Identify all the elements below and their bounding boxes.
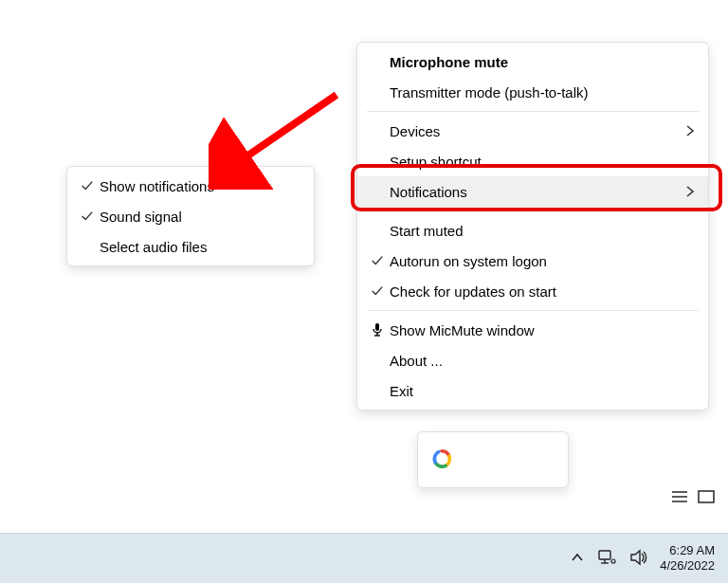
- menu-item-devices[interactable]: Devices: [357, 116, 708, 146]
- chevron-right-icon: [685, 185, 695, 198]
- volume-icon[interactable]: [629, 549, 648, 569]
- micmute-context-menu: Microphone mute Transmitter mode (push-t…: [356, 42, 709, 410]
- menu-item-check-updates[interactable]: Check for updates on start: [357, 276, 708, 306]
- menu-label: Show notifications: [100, 178, 300, 194]
- menu-separator: [367, 210, 699, 211]
- menu-item-transmitter-mode[interactable]: Transmitter mode (push-to-talk): [357, 77, 708, 107]
- taskbar: 6:29 AM 4/26/2022: [0, 533, 728, 583]
- menu-item-show-window[interactable]: Show MicMute window: [357, 315, 708, 345]
- svg-rect-8: [699, 491, 714, 502]
- menu-item-microphone-mute[interactable]: Microphone mute: [357, 46, 708, 77]
- menu-item-about[interactable]: About ...: [357, 345, 708, 375]
- check-icon: [365, 284, 390, 298]
- menu-label: Autorun on system logon: [390, 253, 695, 269]
- notifications-submenu: Show notifications Sound signal Select a…: [66, 166, 315, 266]
- mic-icon: [365, 322, 390, 337]
- check-icon: [75, 179, 100, 192]
- menu-separator: [367, 111, 699, 112]
- menu-label: Transmitter mode (push-to-talk): [390, 84, 695, 100]
- clock-date: 4/26/2022: [660, 558, 715, 574]
- svg-rect-0: [375, 323, 379, 331]
- menu-item-notifications[interactable]: Notifications: [357, 176, 708, 207]
- submenu-item-show-notifications[interactable]: Show notifications: [67, 171, 314, 201]
- check-icon: [365, 254, 390, 267]
- menu-label: Check for updates on start: [390, 283, 695, 300]
- menu-label: Select audio files: [100, 239, 300, 255]
- tray-chevron-up-icon[interactable]: [571, 551, 584, 567]
- taskbar-clock[interactable]: 6:29 AM 4/26/2022: [660, 543, 715, 573]
- menu-label: Devices: [390, 123, 663, 139]
- network-icon[interactable]: [597, 549, 616, 569]
- clock-time: 6:29 AM: [660, 543, 715, 558]
- menu-label: Start muted: [390, 223, 695, 239]
- submenu-item-select-audio-files[interactable]: Select audio files: [67, 231, 314, 262]
- submenu-item-sound-signal[interactable]: Sound signal: [67, 201, 314, 231]
- menu-separator: [367, 310, 699, 311]
- svg-line-3: [237, 95, 337, 163]
- menu-item-setup-shortcut[interactable]: Setup shortcut: [357, 146, 708, 176]
- window-view-icon[interactable]: [698, 489, 715, 504]
- menu-label: Show MicMute window: [390, 322, 695, 338]
- system-tray: [571, 549, 648, 569]
- menu-item-exit[interactable]: Exit: [357, 375, 708, 406]
- chevron-right-icon: [685, 124, 695, 137]
- menu-item-start-muted[interactable]: Start muted: [357, 215, 708, 246]
- menu-label: Sound signal: [100, 209, 300, 225]
- menu-item-autorun[interactable]: Autorun on system logon: [357, 246, 708, 276]
- tray-overflow-popup: [417, 431, 569, 488]
- svg-point-12: [611, 559, 615, 563]
- menu-label: Setup shortcut: [390, 154, 695, 170]
- list-view-icon[interactable]: [671, 489, 688, 504]
- check-icon: [75, 210, 100, 223]
- tray-app-icon[interactable]: [431, 448, 452, 472]
- menu-label: Microphone mute: [390, 54, 695, 70]
- corner-icons: [671, 489, 715, 504]
- svg-rect-9: [599, 551, 610, 559]
- menu-label: Exit: [390, 383, 695, 399]
- menu-label: About ...: [390, 353, 695, 369]
- menu-label: Notifications: [390, 184, 663, 200]
